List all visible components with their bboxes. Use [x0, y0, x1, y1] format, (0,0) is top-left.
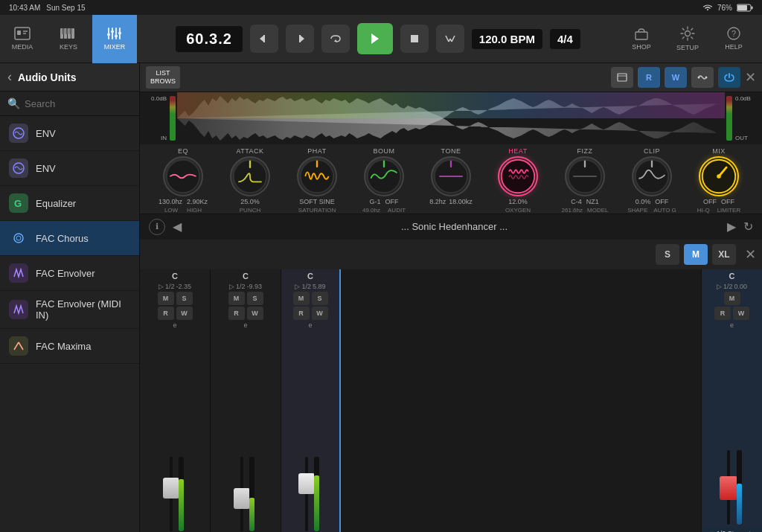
track1-mute[interactable]: M [158, 292, 174, 305]
size-s-button[interactable]: S [656, 244, 679, 265]
track3-fader[interactable] [301, 457, 312, 531]
track2-w[interactable]: W [247, 307, 263, 320]
phat-value: SOFT SINE [299, 198, 334, 205]
sidebar-item-equalizer-label: Equalizer [36, 198, 76, 209]
master-controls: M [724, 290, 740, 307]
power-button[interactable] [718, 67, 740, 88]
mixer-empty-area [341, 269, 701, 532]
heat-section: HEAT 12.0% OXYGEN [485, 147, 551, 214]
track3-fader-area [298, 330, 322, 532]
clip-knob[interactable] [632, 156, 672, 196]
track1-solo[interactable]: S [176, 292, 193, 305]
shop-button[interactable]: SHOP [619, 15, 664, 63]
fizz-knob[interactable] [565, 156, 605, 196]
track1-eq[interactable]: e [173, 320, 176, 330]
mixer-close-button[interactable]: ✕ [745, 246, 756, 263]
master-mute[interactable]: M [724, 292, 740, 305]
sidebar-item-env2[interactable]: ENV [0, 151, 139, 186]
svg-rect-44 [618, 74, 627, 81]
eq-high-label: HIGH [187, 207, 202, 214]
track3-w[interactable]: W [312, 307, 328, 320]
help-button[interactable]: ? HELP [711, 15, 756, 63]
master-fader[interactable] [723, 450, 734, 525]
track1-r[interactable]: R [158, 307, 174, 320]
master-r[interactable]: R [714, 307, 731, 320]
clip-sub1: SHAPE [627, 207, 647, 214]
mixer-label: MIXER [104, 43, 126, 51]
master-eq[interactable]: e [730, 320, 734, 330]
bpm-display[interactable]: 120.0 BPM [472, 29, 542, 49]
svg-marker-26 [334, 39, 337, 42]
boum-sub1: 49.0hz [362, 207, 380, 214]
svg-rect-28 [411, 35, 418, 42]
master-rw-controls: R W [714, 307, 749, 320]
sidebar-search: 🔍 [0, 92, 139, 116]
next-preset-button[interactable]: ▶ [727, 219, 736, 234]
setup-button[interactable]: SETUP [665, 15, 710, 63]
eq-knob[interactable] [163, 156, 203, 196]
mixer-tab[interactable]: MIXER [92, 15, 137, 63]
phat-knob[interactable] [297, 156, 337, 196]
prev-preset-button[interactable]: ◀ [173, 219, 182, 234]
random-preset-button[interactable]: ↻ [743, 219, 753, 234]
content-area: LISTBROWS R W [140, 63, 762, 532]
track3-vol: 5.89 [313, 283, 326, 290]
w-button[interactable]: W [665, 67, 687, 88]
track2-r[interactable]: R [228, 307, 245, 320]
attack-knob[interactable] [230, 156, 270, 196]
svg-rect-12 [66, 28, 68, 34]
fac-chorus-icon [9, 228, 28, 248]
boum-knob[interactable] [364, 156, 404, 196]
forward-button[interactable] [286, 25, 314, 53]
media-tab[interactable]: MEDIA [0, 15, 45, 63]
info-button[interactable]: ℹ [149, 219, 165, 235]
mix-val1: OFF [703, 198, 717, 205]
keys-tab[interactable]: KEYS [46, 15, 91, 63]
time-sig-display[interactable]: 4/4 [550, 29, 580, 49]
tone-knob[interactable] [431, 156, 471, 196]
svg-rect-10 [71, 28, 74, 39]
track2-eq[interactable]: e [243, 320, 247, 330]
track1-fader[interactable] [166, 457, 176, 531]
track3-eq[interactable]: e [308, 320, 312, 330]
play-button[interactable] [357, 23, 393, 54]
size-m-button[interactable]: M [684, 244, 708, 265]
track3-mute[interactable]: M [293, 292, 310, 305]
tone-val2: 18.00kz [449, 198, 473, 205]
route-button[interactable] [691, 67, 714, 88]
sidebar-back-button[interactable]: ‹ [7, 69, 12, 85]
search-input[interactable] [25, 98, 150, 109]
attack-label: ATTACK [236, 147, 263, 155]
master-w[interactable]: W [733, 307, 749, 320]
list-brows-button[interactable]: LISTBROWS [146, 66, 180, 89]
mix-sub1: HI-Q [697, 207, 710, 214]
sidebar-item-fac-envolver-midi[interactable]: FAC Envolver (MIDI IN) [0, 291, 139, 329]
track2-mute[interactable]: M [228, 292, 245, 305]
track3-r[interactable]: R [293, 307, 310, 320]
rewind-button[interactable] [250, 25, 278, 53]
loop-button[interactable] [321, 25, 350, 53]
fizz-section: FIZZ C-4 NZ1 261.6hz MODEL [552, 147, 618, 214]
track2-fader[interactable] [237, 457, 247, 531]
resize-plugin-button[interactable] [611, 67, 633, 88]
stop-button[interactable] [400, 25, 429, 53]
sidebar-item-equalizer[interactable]: G Equalizer [0, 186, 139, 221]
track2-solo[interactable]: S [247, 292, 263, 305]
position-display[interactable]: 60.3.2 [176, 26, 243, 52]
record-button[interactable] [436, 25, 464, 53]
track3-solo[interactable]: S [312, 292, 328, 305]
mix-knob[interactable] [699, 156, 739, 196]
sidebar-item-fac-chorus[interactable]: FAC Chorus [0, 221, 139, 256]
r-button[interactable]: R [638, 67, 660, 88]
sidebar-item-fac-envolver[interactable]: FAC Envolver [0, 256, 139, 291]
plugin-close-button[interactable]: ✕ [745, 69, 756, 86]
sidebar-item-fac-chorus-label: FAC Chorus [36, 233, 89, 244]
fac-envolver-icon [9, 263, 28, 283]
time-display: 10:43 AM [9, 4, 40, 12]
track3-type: C [307, 269, 313, 283]
sidebar-item-env1[interactable]: ENV [0, 116, 139, 151]
sidebar-item-fac-maxima[interactable]: FAC Maxima [0, 329, 139, 364]
heat-knob[interactable] [498, 156, 538, 196]
track1-w[interactable]: W [176, 307, 193, 320]
size-xl-button[interactable]: XL [712, 244, 736, 265]
